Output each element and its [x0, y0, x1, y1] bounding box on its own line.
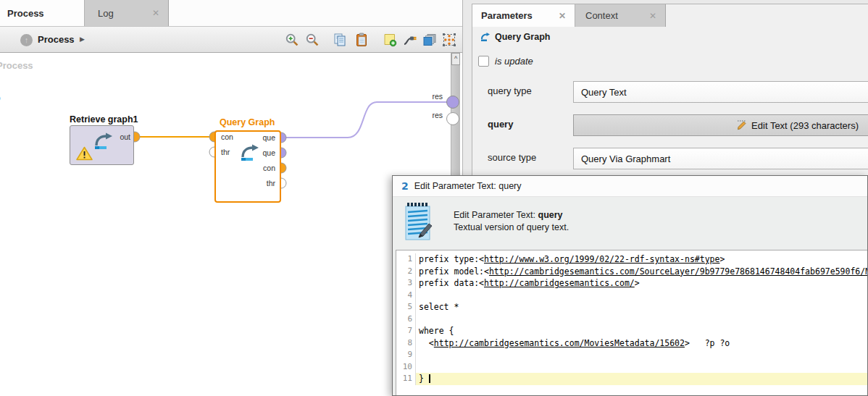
- zoom-out-icon[interactable]: [305, 33, 320, 47]
- is-update-checkbox[interactable]: [478, 56, 489, 67]
- code-text: [416, 361, 867, 374]
- code-text: where {: [416, 325, 867, 337]
- edit-text-dialog-icon: [403, 202, 435, 243]
- code-line-6[interactable]: 6: [396, 313, 867, 326]
- dialog-subtitle: Textual version of query text.: [454, 222, 569, 232]
- code-text: prefix data:<http://cambridgesemantics.c…: [416, 277, 867, 290]
- tab-context-label: Context: [585, 10, 618, 21]
- zoom-in-icon[interactable]: [285, 33, 299, 47]
- operator-retrieve-title: Retrieve graph1: [70, 114, 138, 125]
- code-line-1[interactable]: 1prefix type:<http://www.w3.org/1999/02/…: [396, 253, 867, 266]
- code-text: select *: [416, 301, 867, 313]
- tab-parameters-close-icon[interactable]: ✕: [550, 11, 575, 21]
- code-line-7[interactable]: 7where {: [396, 325, 867, 337]
- code-line-8[interactable]: 8 <http://cambridgesemantics.com/MoviesM…: [396, 337, 867, 350]
- parameters-tabstrip: Parameters ✕ Context ✕: [472, 4, 868, 27]
- line-number: 4: [396, 290, 416, 302]
- edit-pencil-icon: [736, 119, 748, 131]
- auto-wire-icon[interactable]: [403, 33, 417, 47]
- scrollbar-up-icon[interactable]: ^: [451, 53, 460, 65]
- param-row-source-type: source type Query Via Graphmart: [472, 142, 868, 176]
- tab-context-close-icon[interactable]: ✕: [640, 11, 665, 21]
- operator-header-icon: [479, 32, 491, 42]
- add-note-icon[interactable]: [383, 33, 397, 47]
- code-text: [416, 349, 867, 361]
- tab-context[interactable]: Context ✕: [575, 4, 666, 27]
- process-tabstrip: Process Log ✕: [0, 0, 462, 26]
- edit-text-label: Edit Text (293 characters): [751, 120, 859, 131]
- breadcrumb[interactable]: Process: [38, 34, 75, 45]
- port-label-thr-in: thr: [221, 148, 240, 156]
- code-text: prefix type:<http://www.w3.org/1999/02/2…: [416, 253, 867, 266]
- breadcrumb-caret-icon: ▶: [80, 35, 85, 43]
- canvas-watermark: Process: [0, 60, 33, 71]
- operator-query-title: Query Graph: [220, 117, 275, 127]
- line-number: 3: [396, 277, 416, 290]
- dialog-heading: Edit Parameter Text: query: [454, 210, 563, 220]
- canvas-input-port-label: inp: [0, 93, 1, 102]
- code-link: http://cambridgesemantics.com/SourceLaye…: [489, 266, 867, 277]
- app-window: Process Log ✕ ↑ Process ▶ Process inp: [0, 0, 868, 396]
- code-line-9[interactable]: 9: [396, 349, 867, 361]
- arrange-panels-icon[interactable]: [422, 33, 437, 47]
- line-number: 8: [396, 337, 416, 350]
- dialog-heading-param: query: [538, 210, 563, 220]
- code-link: http://www.w3.org/1999/02/22-rdf-syntax-…: [484, 254, 719, 264]
- param-row-query-type: query type Query Text: [472, 75, 868, 109]
- copy-icon[interactable]: [333, 33, 347, 47]
- line-number: 2: [396, 266, 416, 278]
- port-label-con-in: con: [221, 132, 240, 141]
- is-update-label: is update: [495, 56, 533, 67]
- text-cursor: [429, 374, 430, 383]
- code-editor[interactable]: 1prefix type:<http://www.w3.org/1999/02/…: [396, 250, 867, 395]
- line-number: 10: [396, 361, 416, 374]
- param-label-query-type: query type: [488, 85, 532, 96]
- edit-text-button[interactable]: Edit Text (293 characters): [573, 114, 868, 136]
- code-line-5[interactable]: 5select *: [396, 301, 867, 313]
- param-label-source-type: source type: [488, 152, 536, 163]
- port-label-con-out: con: [256, 164, 275, 172]
- connection-que-to-res[interactable]: [281, 102, 454, 138]
- param-label-query: query: [488, 119, 513, 130]
- code-text: [416, 290, 867, 302]
- source-type-select[interactable]: Query Via Graphmart: [573, 148, 868, 169]
- dialog-title: Edit Parameter Text: query: [414, 181, 522, 191]
- tab-log-close-icon[interactable]: ✕: [143, 8, 168, 18]
- port-label-out: out: [112, 132, 130, 141]
- port-label-que1: que: [256, 133, 275, 142]
- warning-icon: [76, 146, 93, 161]
- tab-process-label: Process: [7, 8, 44, 19]
- dialog-titlebar[interactable]: 2 Edit Parameter Text: query: [393, 176, 867, 197]
- app-logo-icon: 2: [401, 180, 409, 192]
- line-number: 9: [396, 349, 416, 361]
- code-line-11[interactable]: 11}: [396, 373, 867, 385]
- line-number: 5: [396, 301, 416, 313]
- tab-parameters[interactable]: Parameters ✕: [472, 4, 575, 27]
- line-number: 1: [396, 253, 416, 266]
- source-type-value: Query Via Graphmart: [581, 153, 670, 164]
- selected-operator-header: Query Graph: [472, 27, 868, 47]
- edit-parameter-dialog: 2 Edit Parameter Text: query Edit Parame…: [392, 175, 868, 396]
- param-row-query: query Edit Text (293 characters): [472, 109, 868, 143]
- code-line-10[interactable]: 10: [396, 361, 867, 374]
- code-line-2[interactable]: 2prefix model:<http://cambridgesemantics…: [396, 266, 867, 278]
- param-row-is-update: is update: [472, 46, 868, 76]
- line-number: 11: [396, 373, 416, 385]
- paste-icon[interactable]: [354, 33, 369, 47]
- code-line-4[interactable]: 4: [396, 290, 867, 302]
- tab-parameters-label: Parameters: [481, 10, 533, 21]
- dialog-heading-prefix: Edit Parameter Text:: [454, 210, 538, 220]
- fit-view-icon[interactable]: [442, 33, 456, 47]
- code-link: http://cambridgesemantics.com/: [484, 278, 635, 288]
- code-line-3[interactable]: 3prefix data:<http://cambridgesemantics.…: [396, 277, 867, 290]
- code-text: [416, 313, 867, 326]
- result-port-label-1: res: [424, 92, 443, 101]
- operator-retrieve[interactable]: [70, 125, 134, 165]
- breadcrumb-bar: ↑ Process ▶: [0, 26, 462, 53]
- query-type-select[interactable]: Query Text: [573, 81, 868, 103]
- code-text: <http://cambridgesemantics.com/MoviesMet…: [416, 337, 867, 350]
- navigate-up-icon[interactable]: ↑: [20, 34, 33, 46]
- tab-log[interactable]: Log ✕: [85, 0, 169, 26]
- code-link: http://cambridgesemantics.com/MoviesMeta…: [434, 338, 685, 348]
- tab-process[interactable]: Process: [0, 0, 85, 26]
